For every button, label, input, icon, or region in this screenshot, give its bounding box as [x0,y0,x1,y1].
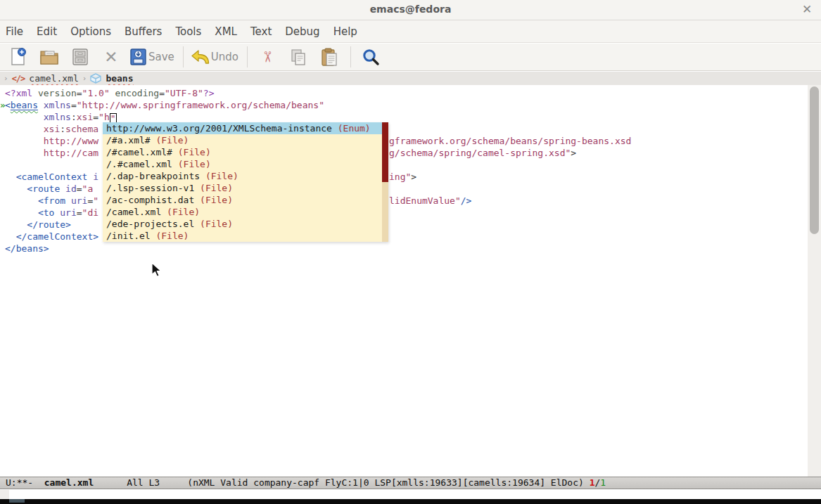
mode-line: U:**- camel.xml All L3 (nXML Valid compa… [0,477,821,489]
cube-icon [90,73,101,84]
popup-scrollbar-thumb[interactable] [382,122,388,182]
popup-scrollbar[interactable] [382,122,388,242]
paste-icon [321,48,338,67]
breadcrumb-file[interactable]: camel.xml [29,73,78,84]
bottom-edge-bar [0,499,821,504]
completion-item[interactable]: /ede-projects.el (File) [103,218,388,230]
toolbar: ✕ Save Undo ✂ [0,44,821,71]
completion-item[interactable]: /.#camel.xml (File) [103,158,388,170]
breadcrumb-chevron-icon: › [4,74,8,83]
code-line-3: xmlns:xsi="h" [0,111,808,123]
breadcrumb-element[interactable]: beans [106,73,133,84]
undo-icon [191,49,210,65]
menu-item-buffers[interactable]: Buffers [125,25,162,38]
close-buffer-button[interactable]: ✕ [98,45,124,69]
save-label: Save [148,51,174,63]
menu-item-edit[interactable]: Edit [37,25,57,38]
vertical-scrollbar[interactable] [808,85,821,477]
file-cabinet-icon [72,48,89,66]
toolbar-separator [183,46,184,67]
cut-button[interactable]: ✂ [255,45,280,69]
editor-buffer[interactable]: » <?xml version="1.0" encoding="UTF-8"?>… [0,85,808,477]
code-line-14: </beans> [0,243,808,254]
menu-item-file[interactable]: File [6,25,23,38]
open-folder-icon [39,49,59,65]
save-icon [129,48,147,66]
search-icon [362,48,380,66]
mouse-pointer [151,262,163,278]
completion-item[interactable]: http://www.w3.org/2001/XMLSchema-instanc… [103,122,388,134]
completion-item[interactable]: /.dap-breakpoints (File) [103,170,388,182]
menu-item-help[interactable]: Help [333,25,357,38]
menu-item-xml[interactable]: XML [215,25,237,38]
window-title: emacs@fedora [0,4,821,15]
undo-label: Undo [211,51,238,63]
breadcrumb-separator-icon: › [82,74,87,83]
emacs-window: emacs@fedora ✕ FileEditOptionsBuffersToo… [0,0,821,504]
scrollbar-thumb[interactable] [810,86,819,234]
close-buffer-icon: ✕ [104,49,117,65]
completion-item[interactable]: /init.el (File) [103,230,388,242]
menu-item-tools[interactable]: Tools [175,25,201,38]
copy-icon [290,48,307,66]
toolbar-separator [247,46,248,67]
xml-tag-icon: </> [12,74,25,84]
new-file-icon [10,47,27,67]
completion-item[interactable]: /#a.xml# (File) [103,134,388,146]
code-line-2: <beans xmlns="http://www.springframework… [0,99,808,111]
menu-bar: FileEditOptionsBuffersToolsXMLTextDebugH… [0,20,821,43]
completion-item[interactable]: /ac-comphist.dat (File) [103,194,388,206]
breadcrumb: › </> camel.xml › beans [0,72,821,85]
save-button[interactable]: Save [129,45,174,69]
resize-grip [0,490,9,499]
echo-area[interactable] [0,490,821,499]
undo-button[interactable]: Undo [191,45,238,69]
toolbar-separator [350,46,351,67]
completion-popup: http://www.w3.org/2001/XMLSchema-instanc… [103,122,388,242]
titlebar[interactable]: emacs@fedora ✕ [0,0,821,20]
cut-icon: ✂ [259,51,276,63]
dired-button[interactable] [68,45,93,69]
menu-item-text[interactable]: Text [250,25,272,38]
completion-item[interactable]: /camel.xml (File) [103,206,388,218]
paste-button[interactable] [317,45,342,69]
new-file-button[interactable] [6,45,31,69]
close-icon[interactable]: ✕ [800,2,814,16]
bottom-edge-accent [9,499,25,503]
search-button[interactable] [358,45,383,69]
open-file-button[interactable] [37,45,62,69]
completion-item[interactable]: /#camel.xml# (File) [103,146,388,158]
code-line-1: <?xml version="1.0" encoding="UTF-8"?> [0,87,808,99]
copy-button[interactable] [286,45,311,69]
menu-item-options[interactable]: Options [70,25,111,38]
completion-item[interactable]: /.lsp-session-v1 (File) [103,182,388,194]
menu-item-debug[interactable]: Debug [285,25,319,38]
